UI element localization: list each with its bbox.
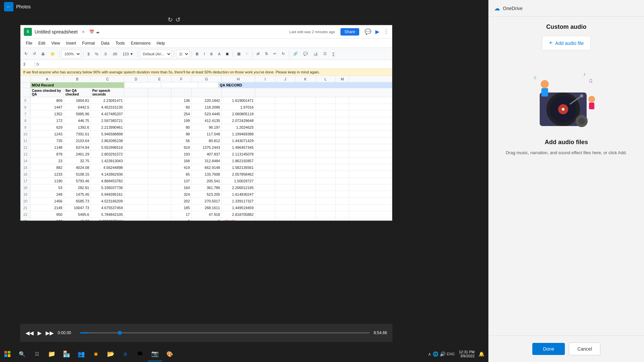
table-cell[interactable]: 1375.2443 bbox=[192, 144, 222, 150]
table-cell[interactable] bbox=[255, 104, 275, 110]
menu-extensions[interactable]: Extensions bbox=[128, 40, 153, 47]
table-cell[interactable]: 65 bbox=[171, 171, 192, 177]
table-cell[interactable] bbox=[296, 204, 316, 211]
table-cell[interactable] bbox=[316, 198, 336, 204]
table-cell[interactable] bbox=[148, 144, 171, 150]
table-cell[interactable] bbox=[336, 164, 349, 171]
table-cell[interactable]: 878 bbox=[31, 151, 64, 157]
table-cell[interactable] bbox=[336, 204, 349, 211]
table-cell[interactable] bbox=[124, 97, 148, 104]
table-cell[interactable]: 1.862192857 bbox=[222, 158, 255, 164]
table-cell[interactable]: 361.786 bbox=[192, 184, 222, 191]
table-cell[interactable] bbox=[336, 144, 349, 150]
gs-share-button[interactable]: Share bbox=[340, 28, 359, 36]
table-cell[interactable]: 629 bbox=[31, 124, 64, 130]
toolbar-number-format[interactable]: 123 ▼ bbox=[120, 50, 135, 58]
table-cell[interactable]: 4.523166209 bbox=[91, 198, 124, 204]
table-cell[interactable] bbox=[336, 158, 349, 164]
taskbar-start-button[interactable] bbox=[0, 347, 15, 361]
table-cell[interactable] bbox=[275, 111, 296, 117]
col-header-d[interactable]: D bbox=[124, 76, 148, 82]
table-cell[interactable] bbox=[316, 151, 336, 157]
table-cell[interactable] bbox=[124, 117, 148, 124]
table-cell[interactable] bbox=[255, 218, 275, 221]
table-cell[interactable] bbox=[124, 211, 148, 218]
cancel-button[interactable]: Cancel bbox=[569, 343, 600, 355]
table-cell[interactable]: 137 bbox=[171, 178, 192, 184]
table-cell[interactable] bbox=[336, 104, 349, 110]
col-header-h[interactable]: H bbox=[222, 76, 255, 82]
table-cell[interactable] bbox=[336, 198, 349, 204]
taskbar-teams-button[interactable]: 👥 bbox=[74, 347, 89, 361]
table-cell[interactable]: 2.597383721 bbox=[91, 117, 124, 124]
table-cell[interactable] bbox=[336, 191, 349, 197]
toolbar-undo[interactable]: ↻ bbox=[22, 50, 30, 58]
table-cell[interactable]: 2.862095238 bbox=[91, 137, 124, 144]
col-header-g[interactable]: G bbox=[192, 76, 222, 82]
table-cell[interactable]: 4.56244898 bbox=[91, 164, 124, 171]
table-cell[interactable] bbox=[124, 151, 148, 157]
taskbar-lang[interactable]: ENG bbox=[447, 352, 455, 356]
table-cell[interactable] bbox=[336, 218, 349, 221]
table-cell[interactable]: #DIV/0! bbox=[222, 218, 255, 221]
table-cell[interactable]: 1456 bbox=[31, 198, 64, 204]
table-cell[interactable] bbox=[316, 97, 336, 104]
menu-view[interactable]: View bbox=[49, 40, 63, 47]
menu-file[interactable]: File bbox=[23, 40, 35, 47]
table-cell[interactable]: 32.75 bbox=[64, 158, 91, 164]
taskbar-app5[interactable]: ■ bbox=[89, 347, 103, 361]
table-cell[interactable] bbox=[255, 97, 275, 104]
table-cell[interactable]: 5.949395161 bbox=[91, 191, 124, 197]
table-cell[interactable] bbox=[275, 178, 296, 184]
back-button[interactable]: ← bbox=[4, 2, 13, 11]
table-cell[interactable]: 1233 bbox=[31, 171, 64, 177]
table-cell[interactable]: 220.1842 bbox=[192, 97, 222, 104]
table-cell[interactable] bbox=[316, 171, 336, 177]
table-cell[interactable]: 7391.61 bbox=[64, 131, 91, 137]
table-cell[interactable]: 60 bbox=[171, 104, 192, 110]
table-cell[interactable] bbox=[124, 198, 148, 204]
taskbar-search-button[interactable]: 🔍 bbox=[15, 347, 30, 361]
table-cell[interactable] bbox=[316, 184, 336, 191]
table-cell[interactable] bbox=[148, 218, 171, 221]
gs-more-icon[interactable]: ⋮ bbox=[383, 28, 389, 35]
table-cell[interactable] bbox=[124, 137, 148, 144]
done-button[interactable]: Done bbox=[532, 343, 565, 355]
table-cell[interactable] bbox=[296, 184, 316, 191]
table-cell[interactable]: 1.339117327 bbox=[222, 198, 255, 204]
table-cell[interactable]: 2.057858462 bbox=[222, 171, 255, 177]
table-cell[interactable]: 1.443071429 bbox=[222, 137, 255, 144]
table-cell[interactable] bbox=[275, 198, 296, 204]
fast-forward-button[interactable]: ▶▶ bbox=[46, 330, 54, 336]
table-cell[interactable] bbox=[124, 191, 148, 197]
table-cell[interactable]: 1.449519459 bbox=[222, 204, 255, 211]
table-cell[interactable]: 6442.5 bbox=[64, 104, 91, 110]
taskbar-chevron-icon[interactable]: ∧ bbox=[428, 352, 431, 357]
table-cell[interactable]: 2.818705882 bbox=[222, 211, 255, 218]
table-cell[interactable]: 2149 bbox=[31, 204, 64, 211]
table-cell[interactable] bbox=[275, 144, 296, 150]
table-cell[interactable] bbox=[316, 124, 336, 130]
table-cell[interactable]: 1.97016 bbox=[222, 104, 255, 110]
table-cell[interactable] bbox=[316, 218, 336, 221]
table-cell[interactable]: 47.918 bbox=[192, 211, 222, 218]
table-cell[interactable] bbox=[255, 178, 275, 184]
table-cell[interactable]: 205.541 bbox=[192, 178, 222, 184]
table-cell[interactable] bbox=[255, 198, 275, 204]
col-header-f[interactable]: F bbox=[171, 76, 192, 82]
col-header-k[interactable]: K bbox=[296, 76, 316, 82]
table-cell[interactable]: 5108.15 bbox=[64, 171, 91, 177]
col-header-i[interactable]: I bbox=[255, 76, 275, 82]
table-cell[interactable]: 117.548 bbox=[192, 131, 222, 137]
table-cell[interactable]: 136 bbox=[171, 97, 192, 104]
gs-star-icon[interactable]: ★ bbox=[82, 29, 85, 34]
taskbar-notification-icon[interactable]: 🔔 bbox=[479, 351, 484, 357]
table-cell[interactable]: 199 bbox=[171, 117, 192, 124]
table-cell[interactable]: 80 bbox=[171, 124, 192, 130]
table-cell[interactable]: 164 bbox=[171, 184, 192, 191]
play-button[interactable]: ▶ bbox=[38, 330, 42, 336]
table-cell[interactable] bbox=[336, 171, 349, 177]
table-cell[interactable]: 4.675537459 bbox=[91, 204, 124, 211]
table-cell[interactable] bbox=[148, 124, 171, 130]
toolbar-italic[interactable]: I bbox=[202, 50, 207, 58]
